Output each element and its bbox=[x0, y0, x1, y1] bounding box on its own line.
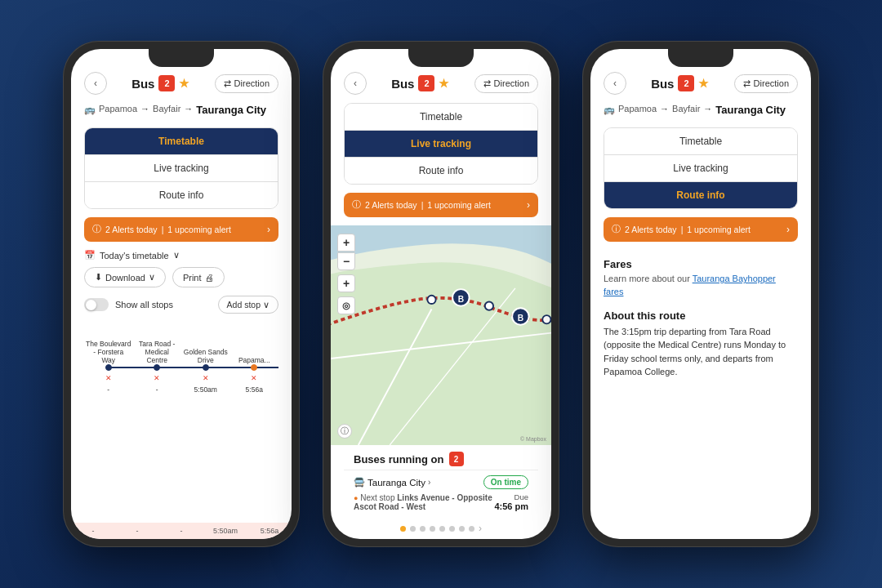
alert-text-3: ⓘ 2 Alerts today | 1 upcoming alert bbox=[612, 224, 751, 235]
dot-1[interactable] bbox=[400, 526, 406, 532]
tab-livetracking-3[interactable]: Live tracking bbox=[604, 155, 797, 182]
tab-timetable-3[interactable]: Timetable bbox=[604, 128, 797, 155]
tab-livetracking-2[interactable]: Live tracking bbox=[345, 131, 537, 158]
svg-point-10 bbox=[542, 315, 550, 323]
direction-button-3[interactable]: ⇄ Direction bbox=[734, 74, 798, 93]
route-path-1: 🚌 Papamoa → Bayfair → Tauranga City bbox=[84, 103, 278, 118]
phone-1: ‹ Bus 2 ★ ⇄ Direction 🚌 Papamoa → bbox=[63, 41, 300, 547]
stop-line-3 bbox=[181, 364, 230, 371]
direction-button-2[interactable]: ⇄ Direction bbox=[474, 74, 538, 93]
tab-routeinfo-2[interactable]: Route info bbox=[345, 158, 537, 184]
map-svg: B B bbox=[331, 225, 551, 445]
dot-3[interactable] bbox=[420, 526, 425, 532]
add-stop-button[interactable]: Add stop ∨ bbox=[218, 296, 278, 314]
next-stop-label: ● Next stop Links Avenue - Opposite Asco… bbox=[354, 493, 494, 511]
star-icon-2[interactable]: ★ bbox=[439, 77, 449, 90]
tab-livetracking-1[interactable]: Live tracking bbox=[85, 155, 278, 182]
tab-timetable-2[interactable]: Timetable bbox=[345, 104, 537, 131]
dot-5[interactable] bbox=[439, 526, 445, 532]
bus-route-icon-3: 🚌 bbox=[604, 104, 615, 116]
screen-1-content: ‹ Bus 2 ★ ⇄ Direction 🚌 Papamoa → bbox=[71, 49, 292, 539]
stop-line-4 bbox=[230, 364, 279, 371]
map-info-button[interactable]: ⓘ bbox=[337, 424, 352, 439]
svg-point-8 bbox=[427, 296, 435, 304]
alert-bar-1[interactable]: ⓘ 2 Alerts today | 1 upcoming alert › bbox=[84, 217, 278, 242]
direction-button-1[interactable]: ⇄ Direction bbox=[215, 74, 278, 93]
alert-chevron-3: › bbox=[786, 224, 790, 235]
notch-3 bbox=[668, 49, 733, 67]
dot-6[interactable] bbox=[449, 526, 455, 532]
bus-card: 🚍 Tauranga City › On time ● Next stop Li… bbox=[344, 470, 538, 518]
bus-badge-2: 2 bbox=[418, 75, 434, 91]
star-icon-1[interactable]: ★ bbox=[179, 77, 189, 90]
print-icon: 🖨 bbox=[205, 273, 214, 283]
stop-time-1: - bbox=[107, 385, 109, 394]
tab-timetable-1[interactable]: Timetable bbox=[85, 128, 278, 155]
mapbox-logo: © Mapbox bbox=[520, 436, 546, 442]
dot-2[interactable] bbox=[410, 526, 416, 532]
dot-8[interactable] bbox=[469, 526, 474, 532]
stop-x-1: ✕ bbox=[105, 374, 112, 382]
stop-name-3: Golden Sands Drive bbox=[181, 322, 230, 364]
zoom-in-button[interactable]: + bbox=[337, 234, 355, 252]
location-button[interactable]: ◎ bbox=[337, 296, 355, 314]
stop-col-4: Papama... ✕ 5:56a bbox=[230, 322, 279, 523]
phone-3-screen: ‹ Bus 2 ★ ⇄ Direction 🚌 Papamoa → bbox=[590, 49, 811, 539]
bus-count-badge: 2 bbox=[449, 452, 464, 466]
stop-name-4: Papama... bbox=[237, 322, 272, 364]
stop-col-2: Tara Road - Medical Centre ✕ - bbox=[133, 322, 182, 523]
back-button-1[interactable]: ‹ bbox=[84, 72, 107, 95]
stop-x-2: ✕ bbox=[154, 374, 160, 382]
buses-running-row: Buses running on 2 bbox=[344, 445, 538, 470]
back-button-3[interactable]: ‹ bbox=[604, 72, 626, 95]
stops-grid: The Boulevard - Forstera Way ✕ - Tara Ro… bbox=[84, 322, 278, 523]
show-stops-row: Show all stops Add stop ∨ bbox=[84, 296, 278, 314]
phone-2: ‹ Bus 2 ★ ⇄ Direction Timetable Live tra… bbox=[323, 41, 559, 547]
due-label: Due bbox=[494, 492, 528, 501]
print-button[interactable]: Print 🖨 bbox=[172, 267, 225, 287]
zoom-reset-button[interactable]: + bbox=[337, 274, 355, 292]
route-path-3: 🚌 Papamoa → Bayfair → Tauranga City bbox=[604, 103, 798, 118]
screen-3-content: ‹ Bus 2 ★ ⇄ Direction 🚌 Papamoa → bbox=[590, 49, 811, 539]
notch-2 bbox=[408, 49, 474, 67]
phone-2-screen: ‹ Bus 2 ★ ⇄ Direction Timetable Live tra… bbox=[331, 49, 551, 539]
about-text: The 3:15pm trip departing from Tara Road… bbox=[604, 325, 798, 379]
map-zoom-controls: + − + ◎ bbox=[337, 234, 355, 314]
route-info-body: Fares Learn more about our Tauranga Bayh… bbox=[604, 250, 798, 379]
bus-destination[interactable]: 🚍 Tauranga City › bbox=[354, 477, 430, 488]
fares-section: Fares Learn more about our Tauranga Bayh… bbox=[604, 250, 798, 303]
star-icon-3[interactable]: ★ bbox=[698, 77, 709, 90]
download-icon: ⬇ bbox=[95, 272, 102, 283]
stop-line-1 bbox=[84, 364, 133, 371]
timetable-section-label: 📅 Today's timetable ∨ bbox=[84, 250, 278, 261]
toggle-knob bbox=[86, 300, 96, 310]
stop-col-1: The Boulevard - Forstera Way ✕ - bbox=[84, 322, 133, 523]
dot-navigation: › bbox=[344, 518, 538, 539]
bus-label-2: Bus 2 ★ bbox=[391, 75, 449, 91]
show-stops-toggle[interactable] bbox=[84, 298, 109, 311]
tab-routeinfo-3[interactable]: Route info bbox=[604, 182, 797, 208]
tab-routeinfo-1[interactable]: Route info bbox=[85, 182, 278, 208]
due-time: 4:56 pm bbox=[494, 501, 528, 511]
stop-dot-2 bbox=[154, 364, 160, 371]
zoom-out-button[interactable]: − bbox=[337, 252, 355, 270]
dot-7[interactable] bbox=[459, 526, 465, 532]
bus-badge-3: 2 bbox=[678, 75, 694, 91]
tabs-3: Timetable Live tracking Route info bbox=[604, 127, 798, 209]
tabs-1: Timetable Live tracking Route info bbox=[84, 127, 278, 209]
back-button-2[interactable]: ‹ bbox=[344, 72, 367, 95]
stop-name-1: The Boulevard - Forstera Way bbox=[84, 322, 133, 364]
bus-badge-1: 2 bbox=[158, 75, 175, 91]
alert-bar-2[interactable]: ⓘ 2 Alerts today | 1 upcoming alert › bbox=[344, 193, 538, 217]
tabs-2: Timetable Live tracking Route info bbox=[344, 103, 538, 185]
dot-4[interactable] bbox=[430, 526, 435, 532]
dot-nav-next[interactable]: › bbox=[479, 523, 482, 534]
buses-running-label: Buses running on bbox=[354, 453, 444, 466]
alert-bar-3[interactable]: ⓘ 2 Alerts today | 1 upcoming alert › bbox=[604, 217, 798, 242]
top-bar-2: ‹ Bus 2 ★ ⇄ Direction bbox=[344, 72, 538, 95]
download-button[interactable]: ⬇ Download ∨ bbox=[84, 267, 166, 287]
fares-title: Fares bbox=[604, 258, 798, 270]
about-title: About this route bbox=[604, 310, 798, 322]
show-stops-label: Show all stops bbox=[115, 300, 173, 310]
phone-3: ‹ Bus 2 ★ ⇄ Direction 🚌 Papamoa → bbox=[582, 41, 819, 547]
